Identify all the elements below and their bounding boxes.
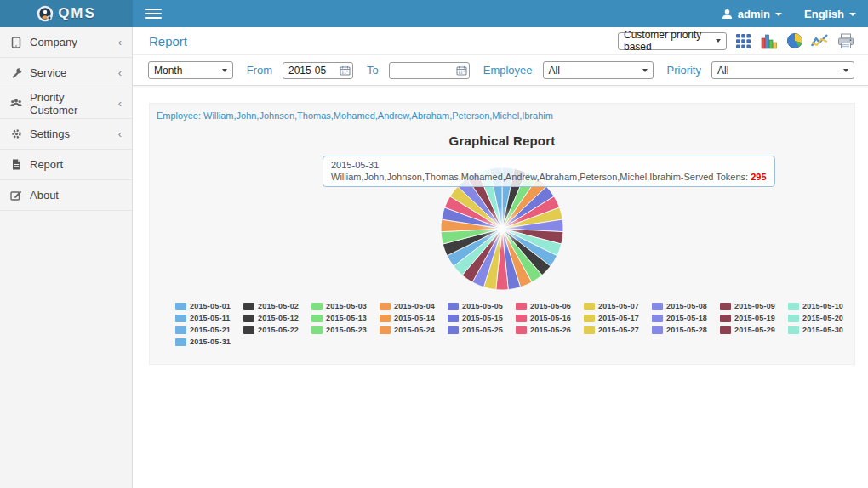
employee-value: All (549, 65, 560, 77)
legend-swatch (311, 315, 323, 322)
employee-select[interactable]: All (543, 61, 654, 79)
users-icon (10, 98, 22, 110)
legend-item: 2015-05-11 (175, 314, 243, 322)
legend-label: 2015-05-06 (530, 302, 571, 310)
legend-label: 2015-05-07 (598, 302, 639, 310)
period-select[interactable]: Month (148, 61, 233, 79)
qms-logo-icon (37, 5, 54, 22)
qms-app: QMS admin English (0, 0, 868, 488)
sidebar-item-label: Company (30, 36, 77, 48)
legend-item: 2015-05-24 (380, 326, 448, 334)
chevron-down-icon (775, 13, 782, 16)
chevron-left-icon: ‹ (118, 37, 122, 48)
sidebar-item-label: About (30, 189, 59, 201)
sidebar-item-settings[interactable]: Settings ‹ (0, 119, 132, 150)
calendar-icon (340, 65, 351, 76)
legend-item: 2015-05-21 (175, 326, 243, 334)
legend-label: 2015-05-14 (394, 314, 435, 322)
legend-item: 2015-05-31 (175, 338, 243, 346)
sidebar-item-company[interactable]: Company ‹ (0, 27, 132, 58)
bar-chart-icon[interactable] (760, 32, 778, 50)
legend-label: 2015-05-15 (462, 314, 503, 322)
page-title: Report (149, 34, 187, 48)
chevron-left-icon: ‹ (118, 98, 122, 109)
priority-select[interactable]: All (711, 61, 854, 79)
legend-label: 2015-05-22 (258, 326, 299, 334)
legend-swatch (243, 303, 254, 310)
legend-item: 2015-05-19 (720, 314, 788, 322)
report-panel: Employee: William,John,Johnson,Thomas,Mo… (149, 103, 855, 365)
pie-chart-icon[interactable] (785, 32, 803, 50)
sidebar-item-priority-customer[interactable]: Priority Customer ‹ (0, 88, 132, 119)
legend-label: 2015-05-13 (326, 314, 367, 322)
legend-label: 2015-05-26 (530, 326, 571, 334)
sidebar-toggle-icon[interactable] (145, 6, 162, 21)
language-menu[interactable]: English (804, 8, 856, 20)
legend-swatch (652, 315, 663, 322)
legend-item: 2015-05-09 (720, 302, 788, 310)
from-date-wrap (283, 62, 353, 79)
legend-item: 2015-05-15 (448, 314, 516, 322)
legend-item: 2015-05-06 (516, 302, 584, 310)
sidebar-item-about[interactable]: About (0, 180, 132, 211)
legend-swatch (380, 315, 391, 322)
legend-item: 2015-05-17 (584, 314, 652, 322)
sidebar: Company ‹ Service ‹ Priority Customer ‹ … (0, 27, 133, 488)
legend-swatch (516, 303, 527, 310)
legend-swatch (175, 303, 186, 310)
legend-item: 2015-05-05 (448, 302, 516, 310)
to-date-wrap (389, 62, 470, 79)
legend-label: 2015-05-23 (326, 326, 367, 334)
language-label: English (804, 8, 844, 20)
legend-label: 2015-05-05 (462, 302, 503, 310)
legend-item: 2015-05-18 (652, 314, 720, 322)
user-menu[interactable]: admin (722, 8, 782, 20)
chevron-down-icon (849, 13, 856, 16)
legend-label: 2015-05-27 (598, 326, 639, 334)
legend-item: 2015-05-20 (788, 314, 856, 322)
legend-item: 2015-05-08 (652, 302, 720, 310)
legend-swatch (311, 326, 323, 334)
print-icon[interactable] (837, 32, 854, 50)
legend-label: 2015-05-08 (666, 302, 707, 310)
chart-tooltip: 2015-05-31 William,John,Johnson,Thomas,M… (323, 156, 775, 187)
legend-swatch (243, 315, 254, 322)
sidebar-item-report[interactable]: Report (0, 150, 132, 180)
legend-item: 2015-05-07 (584, 302, 652, 310)
legend-swatch (584, 303, 595, 310)
user-icon (722, 9, 733, 20)
legend-item: 2015-05-30 (788, 326, 856, 334)
user-label: admin (738, 8, 770, 20)
to-label: To (367, 64, 379, 77)
tooltip-label: William,John,Johnson,Thomas,Mohamed,Andr… (331, 172, 748, 182)
legend-swatch (720, 315, 731, 322)
legend-swatch (311, 303, 323, 310)
grid-icon[interactable] (734, 32, 752, 50)
legend-label: 2015-05-19 (734, 314, 775, 322)
legend-label: 2015-05-04 (394, 302, 435, 310)
file-icon (10, 159, 22, 171)
tooltip-date: 2015-05-31 (331, 159, 767, 171)
navbar-right: admin English (722, 8, 856, 20)
chart-legend: 2015-05-012015-05-022015-05-032015-05-04… (175, 302, 856, 346)
legend-item: 2015-05-28 (652, 326, 720, 334)
chevron-down-icon (642, 69, 648, 72)
legend-label: 2015-05-09 (734, 302, 775, 310)
legend-label: 2015-05-24 (394, 326, 435, 334)
legend-item: 2015-05-16 (516, 314, 584, 322)
sidebar-item-label: Report (30, 158, 63, 171)
legend-item: 2015-05-04 (380, 302, 448, 310)
navbar: admin English (133, 0, 868, 27)
legend-swatch (788, 326, 799, 334)
sidebar-item-label: Priority Customer (30, 91, 111, 116)
line-chart-icon[interactable] (811, 32, 829, 50)
legend-item: 2015-05-02 (243, 302, 311, 310)
sidebar-item-service[interactable]: Service ‹ (0, 58, 132, 88)
chevron-left-icon: ‹ (118, 128, 122, 139)
report-type-select[interactable]: Customer priority based (618, 32, 727, 50)
legend-swatch (448, 326, 459, 334)
qms-logo[interactable]: QMS (0, 0, 133, 27)
legend-label: 2015-05-28 (666, 326, 707, 334)
legend-item: 2015-05-01 (175, 302, 243, 310)
tooltip-value: 295 (751, 172, 766, 182)
